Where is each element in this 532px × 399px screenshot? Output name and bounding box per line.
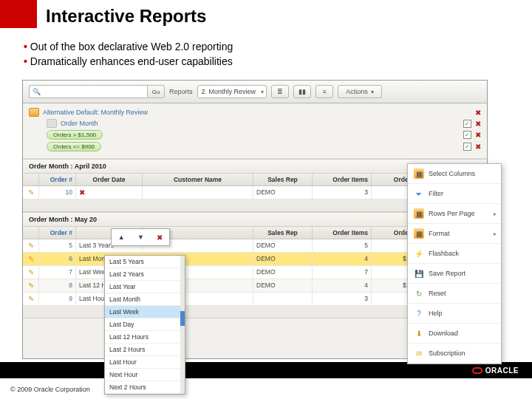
view-chart-button[interactable]: ▮▮: [293, 85, 311, 98]
menu-item[interactable]: ?Help: [408, 304, 501, 324]
ic-flash-icon: ⚡: [414, 248, 424, 259]
menu-item[interactable]: ⚡Flashback: [408, 244, 501, 264]
alt-default-label[interactable]: Alternative Default: Monthly Review: [43, 109, 148, 116]
menu-label: Filter: [429, 190, 443, 197]
ic-sub-icon: ✉: [414, 348, 424, 358]
cell-order-no[interactable]: 5: [39, 239, 76, 252]
menu-label: Flashback: [429, 250, 459, 257]
date-option[interactable]: Last Year: [105, 281, 185, 293]
menu-label: Format: [429, 230, 450, 237]
actions-button[interactable]: Actions: [338, 85, 382, 98]
slide-title: Interactive Reports: [46, 6, 206, 27]
date-option[interactable]: Last Day: [105, 318, 185, 331]
edit-icon[interactable]: ✎: [28, 295, 34, 303]
highlight-pill[interactable]: Orders <= $900: [47, 142, 101, 151]
menu-item[interactable]: ▦Select Columns: [408, 164, 501, 184]
checkbox-icon[interactable]: ✓: [463, 143, 471, 151]
menu-label: Select Columns: [429, 170, 475, 177]
column-sort-popup[interactable]: ▲ ▼ ✖: [111, 228, 170, 246]
date-option[interactable]: Last Week: [105, 306, 185, 318]
edit-icon[interactable]: ✎: [28, 268, 34, 276]
search-icon[interactable]: 🔍: [29, 85, 44, 98]
ic-reset-icon: ↻: [414, 288, 424, 299]
menu-item[interactable]: ▦Rows Per Page: [408, 204, 501, 224]
menu-item[interactable]: 💾Save Report: [408, 264, 501, 284]
edit-icon[interactable]: ✎: [28, 242, 34, 250]
ic-cols-icon: ▦: [414, 228, 424, 239]
col-sales-rep[interactable]: Sales Rep: [253, 174, 313, 185]
menu-label: Help: [429, 310, 443, 317]
ic-dl-icon: ⬇: [414, 328, 424, 338]
date-option[interactable]: Last 2 Years: [105, 268, 185, 281]
date-option[interactable]: Last Hour: [105, 356, 185, 369]
reports-select[interactable]: 2. Monthly Review: [197, 85, 267, 98]
col-order-no[interactable]: Order #: [39, 227, 76, 239]
go-button[interactable]: Go: [147, 85, 165, 98]
screenshot-frame: 🔍 Go Reports 2. Monthly Review ≣ ▮▮ ≡ Ac…: [22, 80, 488, 359]
remove-icon[interactable]: ✖: [475, 143, 481, 151]
clear-icon[interactable]: ✖: [79, 188, 85, 197]
date-option[interactable]: Next 2 Hours: [105, 381, 185, 394]
ic-cols-icon: ▦: [414, 208, 424, 219]
remove-icon[interactable]: ✖: [475, 120, 481, 128]
menu-label: Reset: [429, 290, 446, 297]
scrollbar[interactable]: [180, 256, 185, 394]
ic-help-icon: ?: [414, 308, 424, 318]
menu-label: Download: [429, 330, 458, 337]
filters-panel: Alternative Default: Monthly Review ✖ Or…: [23, 103, 487, 159]
edit-icon[interactable]: ✎: [28, 282, 34, 290]
cell-order-no[interactable]: 7: [39, 266, 76, 279]
menu-item[interactable]: ✉Subscription: [408, 344, 501, 364]
oracle-o-icon: [472, 367, 482, 374]
oracle-logo: ORACLE: [472, 366, 519, 375]
view-group-button[interactable]: ≡: [316, 85, 333, 98]
date-option[interactable]: Next Hour: [105, 369, 185, 381]
col-order-date[interactable]: Order Date: [76, 174, 143, 185]
menu-item[interactable]: ⏷Filter: [408, 184, 501, 204]
date-option[interactable]: Last 5 Years: [105, 256, 185, 268]
bullet-list: Out of the box declarative Web 2.0 repor…: [24, 41, 233, 70]
date-option[interactable]: Last 2 Hours: [105, 344, 185, 356]
scroll-thumb[interactable]: [180, 311, 185, 326]
menu-label: Save Report: [429, 270, 466, 277]
close-icon[interactable]: ✖: [157, 233, 163, 242]
remove-icon[interactable]: ✖: [475, 109, 481, 117]
cell-order-no[interactable]: 6: [39, 253, 76, 265]
menu-item[interactable]: ⬇Download: [408, 324, 501, 344]
sort-asc-icon[interactable]: ▲: [118, 233, 125, 241]
col-sales-rep[interactable]: Sales Rep: [253, 227, 313, 239]
cell-order-no[interactable]: 10: [39, 186, 76, 199]
col-items[interactable]: Order Items: [313, 174, 372, 185]
footer-bar: ORACLE: [0, 362, 532, 378]
checkbox-icon[interactable]: ✓: [463, 131, 471, 139]
checkbox-icon[interactable]: ✓: [463, 120, 471, 128]
highlight-pill[interactable]: Orders > $1,500: [47, 130, 103, 140]
cell-order-no[interactable]: 8: [39, 279, 76, 292]
bullet-item: Out of the box declarative Web 2.0 repor…: [24, 41, 233, 52]
control-break-icon: [47, 119, 57, 128]
cell-order-no[interactable]: 9: [39, 293, 76, 305]
date-filter-popup: Last 5 YearsLast 2 YearsLast YearLast Mo…: [104, 255, 185, 395]
col-order-no[interactable]: Order #: [39, 174, 76, 185]
col-customer[interactable]: Customer Name: [143, 174, 253, 185]
remove-icon[interactable]: ✖: [475, 131, 481, 139]
date-option[interactable]: Last Month: [105, 293, 185, 306]
bullet-item: Dramatically enhances end-user capabilit…: [24, 55, 233, 67]
ic-funnel-icon: ⏷: [414, 188, 424, 199]
menu-label: Rows Per Page: [429, 210, 475, 217]
sort-desc-icon[interactable]: ▼: [137, 233, 144, 241]
edit-icon[interactable]: ✎: [28, 255, 34, 263]
edit-icon[interactable]: ✎: [28, 188, 34, 197]
menu-item[interactable]: ↻Reset: [408, 284, 501, 304]
menu-label: Subscription: [429, 349, 466, 357]
report-toolbar: 🔍 Go Reports 2. Monthly Review ≣ ▮▮ ≡ Ac…: [23, 81, 487, 103]
search-input[interactable]: [44, 85, 147, 98]
col-items[interactable]: Order Items: [313, 227, 372, 239]
date-option[interactable]: Last 12 Hours: [105, 331, 185, 344]
order-month-filter[interactable]: Order Month: [61, 120, 98, 127]
menu-item[interactable]: ▦Format: [408, 224, 501, 244]
actions-menu: ▦Select Columns⏷Filter▦Rows Per Page▦For…: [407, 163, 502, 364]
copyright-text: © 2009 Oracle Corporation: [10, 386, 90, 393]
view-list-button[interactable]: ≣: [271, 85, 289, 98]
ic-cols-icon: ▦: [414, 168, 424, 179]
